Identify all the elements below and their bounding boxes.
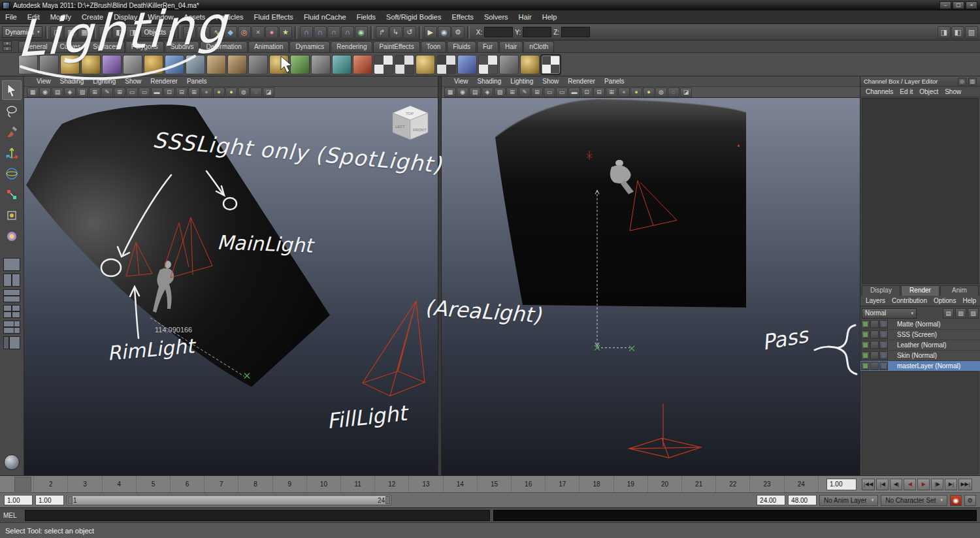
shelf-tab[interactable]: Deformation xyxy=(200,41,247,52)
maximize-button[interactable]: ▢ xyxy=(953,1,964,9)
shelf-collision-event-icon[interactable] xyxy=(395,55,414,74)
field-chart-icon[interactable]: ⊡ xyxy=(581,87,593,97)
attribute-editor-toggle-icon[interactable]: ◨ xyxy=(938,26,951,39)
current-frame-marker[interactable] xyxy=(14,477,31,492)
frame-tick[interactable]: 4 xyxy=(103,476,137,492)
two-panes-stacked-layout-button[interactable] xyxy=(3,289,20,302)
frame-tick[interactable]: 16 xyxy=(512,476,546,492)
lock-camera-icon[interactable]: ◉ xyxy=(457,87,468,97)
all-lights-icon[interactable]: ● xyxy=(630,87,642,97)
snap-to-plane-icon[interactable]: ∩ xyxy=(341,26,354,39)
channel-box-menu-item[interactable]: Ed it xyxy=(896,87,916,97)
layer-color-swatch[interactable] xyxy=(879,362,888,370)
panel-menu-item[interactable]: Lighting xyxy=(506,76,538,86)
shelf-checker-sphere-icon[interactable] xyxy=(541,55,561,74)
menu-item[interactable]: Create xyxy=(76,10,108,24)
universal-manipulator-tool-button[interactable] xyxy=(2,206,22,225)
textured-display-icon[interactable]: ◍ xyxy=(655,87,667,97)
shelf-menu-icon[interactable]: ≡ xyxy=(3,46,12,51)
soft-modification-tool-button[interactable] xyxy=(2,227,22,246)
layer-renderable-toggle[interactable] xyxy=(861,330,870,339)
ipr-render-icon[interactable]: ◉ xyxy=(438,26,451,39)
default-lighting-icon[interactable]: ● xyxy=(201,87,212,97)
render-layer-row[interactable]: Leather (Normal) xyxy=(860,340,980,351)
frame-tick[interactable]: 14 xyxy=(444,476,478,492)
snap-to-grid-icon[interactable]: ∩ xyxy=(300,26,313,39)
panel-menu-item[interactable]: Panels xyxy=(182,76,212,86)
film-gate-icon[interactable]: ▭ xyxy=(544,87,555,97)
shelf-radial-field-icon[interactable] xyxy=(269,55,289,74)
layer-visibility-toggle[interactable] xyxy=(870,341,879,349)
go-to-start-button[interactable]: |◀◀ xyxy=(862,479,875,490)
menu-item[interactable]: Fluid nCache xyxy=(299,10,351,24)
layer-visibility-toggle[interactable] xyxy=(870,362,879,370)
field-chart-icon[interactable]: ⊡ xyxy=(163,87,175,97)
snap-to-curve-icon[interactable]: ∩ xyxy=(314,26,327,39)
frame-tick[interactable]: 8 xyxy=(238,476,272,492)
shelf-emitter-icon[interactable] xyxy=(39,55,59,74)
pin-panel-icon[interactable]: ◎ xyxy=(958,78,966,86)
shelf-particles-icon[interactable] xyxy=(18,55,38,74)
view-cube[interactable]: TOP LEFT FRONT xyxy=(393,106,428,140)
minimize-button[interactable]: – xyxy=(939,1,951,9)
step-back-key-button[interactable]: ◀| xyxy=(890,479,902,490)
channel-box-menu-item[interactable]: Object xyxy=(916,87,941,97)
shelf-drag-field-icon[interactable] xyxy=(206,55,226,74)
frame-tick[interactable]: 19 xyxy=(614,476,648,492)
panel-menu-item[interactable]: View xyxy=(449,76,473,86)
lasso-tool-button[interactable] xyxy=(2,101,22,121)
menu-item[interactable]: Fields xyxy=(351,10,381,24)
shelf-soft-body-icon[interactable] xyxy=(123,55,142,74)
isolate-select-icon[interactable]: ◪ xyxy=(680,87,692,97)
gate-mask-icon[interactable]: ▬ xyxy=(568,87,580,97)
frame-tick[interactable]: 24 xyxy=(785,476,819,492)
anim-layer-dropdown[interactable]: No Anim Layer ▾ xyxy=(819,495,878,506)
default-lighting-icon[interactable]: ● xyxy=(618,87,630,97)
channel-box-toggle-icon[interactable]: ▥ xyxy=(965,26,978,39)
select-joints-icon[interactable]: × xyxy=(252,26,265,39)
image-plane-icon[interactable]: ▧ xyxy=(494,87,506,97)
select-rendering-icon[interactable]: ★ xyxy=(279,26,292,39)
render-settings-icon[interactable]: ⚙ xyxy=(451,26,465,39)
step-back-frame-button[interactable]: |◀ xyxy=(876,479,889,490)
safe-action-icon[interactable]: ⊟ xyxy=(593,87,605,97)
left-viewport[interactable]: 114.090166 TOP LEFT FRONT xyxy=(24,98,438,475)
layer-renderable-toggle[interactable] xyxy=(861,351,870,360)
select-tool-button[interactable] xyxy=(2,80,22,100)
layer-color-swatch[interactable] xyxy=(879,330,888,339)
render-layer-row[interactable]: masterLayer (Normal) xyxy=(860,361,980,372)
playback-range-bar[interactable]: 1 24 xyxy=(68,496,390,504)
step-forward-key-button[interactable]: |▶ xyxy=(931,479,943,490)
panel-menu-item[interactable]: Renderer xyxy=(563,76,600,86)
layer-visibility-toggle[interactable] xyxy=(870,330,879,339)
shelf-tab[interactable]: nCloth xyxy=(523,41,554,52)
select-handles-icon[interactable]: + xyxy=(183,26,196,39)
shelf-particle-collision-icon[interactable] xyxy=(478,55,498,74)
select-by-hierarchy-icon[interactable]: ⌂ xyxy=(99,26,112,39)
resolution-gate-icon[interactable]: ▭ xyxy=(556,87,568,97)
go-to-end-button[interactable]: ▶▶| xyxy=(958,479,972,490)
xray-display-icon[interactable]: ◌ xyxy=(250,87,262,97)
shelf-tab[interactable]: General xyxy=(18,41,54,52)
shelf-tab[interactable]: Dynamics xyxy=(289,41,330,52)
light-locator-dot[interactable] xyxy=(738,145,740,147)
shelf-collide-icon[interactable] xyxy=(374,55,393,74)
render-layer-row[interactable]: Matte (Normal) xyxy=(860,319,980,330)
save-scene-icon[interactable]: ▦ xyxy=(78,26,91,39)
layer-visibility-toggle[interactable] xyxy=(870,351,879,360)
resolution-gate-icon[interactable]: ▭ xyxy=(139,87,150,97)
textured-display-icon[interactable]: ◍ xyxy=(238,87,250,97)
menu-item[interactable]: Particles xyxy=(210,10,248,24)
render-view-shortcut-icon[interactable] xyxy=(4,454,20,470)
image-plane-icon[interactable]: ▧ xyxy=(76,87,88,97)
y-coordinate-input[interactable] xyxy=(523,27,551,37)
frame-tick[interactable]: 5 xyxy=(137,476,171,492)
animation-end-field[interactable]: 48.00 xyxy=(788,495,817,505)
frame-tick[interactable]: 20 xyxy=(648,476,682,492)
rotate-tool-button[interactable] xyxy=(2,164,22,183)
menu-item[interactable]: Solvers xyxy=(479,10,514,24)
panel-menu-item[interactable]: Panels xyxy=(600,76,629,86)
shelf-goal-icon[interactable] xyxy=(102,55,122,74)
two-d-pan-zoom-icon[interactable]: ⊞ xyxy=(506,87,518,97)
shelf-tab[interactable]: Toon xyxy=(421,41,447,52)
